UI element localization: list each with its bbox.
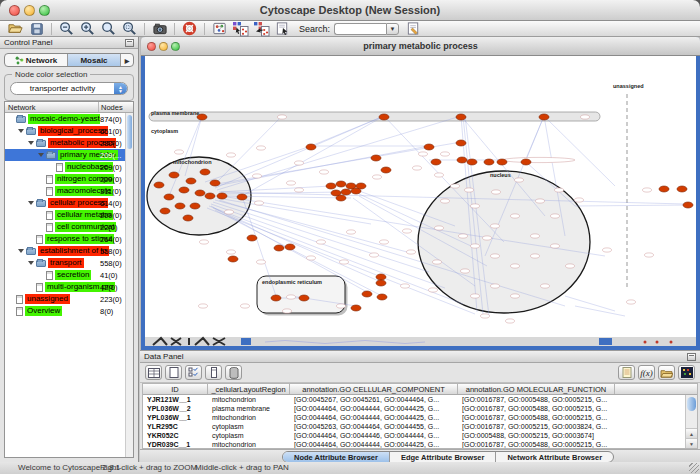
table-row[interactable]: YDR039C__1mitochondrion[GO:0044464, GO:0…: [143, 440, 685, 448]
attribute-checklist-button[interactable]: [185, 365, 202, 380]
zoom-in-icon[interactable]: [77, 21, 98, 36]
resize-grip[interactable]: [689, 463, 699, 473]
network-node[interactable]: [190, 203, 200, 209]
network-node[interactable]: [179, 187, 189, 193]
network-node[interactable]: [456, 114, 466, 120]
network-node[interactable]: [379, 114, 389, 120]
network-node[interactable]: [351, 305, 361, 311]
network-node[interactable]: [237, 194, 247, 200]
network-node[interactable]: [160, 208, 170, 214]
search-input[interactable]: [334, 23, 386, 35]
tree-row[interactable]: nitrogen compo209(0): [5, 173, 125, 185]
network-node[interactable]: [467, 159, 477, 165]
network-node[interactable]: [164, 194, 174, 200]
tree-row[interactable]: metabolic process280(0): [5, 137, 125, 149]
table-row[interactable]: YLR295Ccytoplasm[GO:0045263, GO:0044464,…: [143, 422, 685, 431]
matrix-view-button[interactable]: [678, 365, 695, 380]
snapshot-camera-icon[interactable]: [149, 21, 170, 36]
network-node[interactable]: [154, 182, 164, 188]
annotation-icon[interactable]: [272, 21, 293, 36]
select-attributes-button[interactable]: [145, 365, 162, 380]
table-row[interactable]: YKR052Ccytoplasm[GO:0044464, GO:0044446,…: [143, 431, 685, 440]
tab-mosaic[interactable]: Mosaic: [68, 54, 121, 66]
network-node[interactable]: [377, 294, 387, 300]
network-node[interactable]: [659, 186, 669, 192]
network-node[interactable]: [228, 256, 238, 262]
network-node[interactable]: [376, 274, 386, 280]
network-node[interactable]: [175, 203, 185, 209]
help-lifesaver-icon[interactable]: [179, 21, 200, 36]
open-session-button[interactable]: [5, 21, 26, 36]
delete-attribute-trash-button[interactable]: [225, 365, 242, 380]
tree-row[interactable]: establishment of lo558(0): [5, 245, 125, 257]
network-node[interactable]: [336, 181, 346, 187]
table-scrollbar[interactable]: ▲ ▼: [685, 395, 697, 448]
layout-from-attributes-icon[interactable]: [230, 21, 251, 36]
network-node[interactable]: [274, 245, 284, 251]
expand-triangle-icon[interactable]: [38, 153, 44, 157]
network-node[interactable]: [210, 180, 220, 186]
network-node[interactable]: [362, 291, 372, 297]
tree-row[interactable]: macromolecule311(0): [5, 185, 125, 197]
network-node[interactable]: [376, 280, 386, 286]
table-scrollbar-thumb[interactable]: [687, 397, 696, 411]
function-builder-button[interactable]: f(x): [638, 365, 655, 380]
tree-row[interactable]: multi-organism pro42(0): [5, 281, 125, 293]
network-node[interactable]: [183, 215, 193, 221]
zoom-selected-region-icon[interactable]: [119, 21, 140, 36]
network-node[interactable]: [336, 195, 346, 201]
network-canvas[interactable]: plasma membranecytoplasmmitochondrionnuc…: [145, 56, 696, 346]
expand-triangle-icon[interactable]: [28, 141, 34, 145]
import-attributes-button[interactable]: [658, 365, 675, 380]
tree-row[interactable]: response to stimul264(0): [5, 233, 125, 245]
network-node[interactable]: [299, 295, 309, 301]
tree-scrollbar-thumb[interactable]: [127, 115, 132, 149]
network-node[interactable]: [217, 193, 227, 199]
network-node[interactable]: [521, 159, 531, 165]
create-attribute-button[interactable]: [165, 365, 182, 380]
tree-row[interactable]: secretion41(0): [5, 269, 125, 281]
tree-row[interactable]: unassigned223(0): [5, 293, 125, 305]
network-node[interactable]: [326, 183, 336, 189]
network-node[interactable]: [205, 193, 215, 199]
expand-triangle-icon[interactable]: [18, 249, 24, 253]
table-column-header[interactable]: annotation.GO CELLULAR_COMPONENT: [290, 384, 458, 394]
table-row[interactable]: YPL036W__1mitochondrion[GO:0044464, GO:0…: [143, 413, 685, 422]
network-node[interactable]: [424, 144, 434, 150]
scroll-up-button[interactable]: ▲: [686, 428, 697, 438]
tab-overflow-arrow-icon[interactable]: ▶: [121, 54, 133, 66]
network-node[interactable]: [457, 157, 467, 163]
network-node[interactable]: [306, 144, 316, 150]
network-node[interactable]: [271, 295, 281, 301]
network-node[interactable]: [341, 189, 351, 195]
table-row[interactable]: YPL036W__2plasma membrane[GO:0044464, GO…: [143, 404, 685, 413]
network-node[interactable]: [431, 159, 441, 165]
expand-triangle-icon[interactable]: [18, 129, 24, 133]
search-dropdown-button[interactable]: ▼: [386, 23, 399, 35]
tree-row[interactable]: mosaic-demo-yeast874(0): [5, 113, 125, 125]
zoom-fit-icon[interactable]: [98, 21, 119, 36]
network-node[interactable]: [497, 159, 507, 165]
tree-scrollbar[interactable]: [125, 113, 133, 457]
node-color-select[interactable]: transporter activity ▲▼: [10, 82, 128, 95]
tree-row[interactable]: transport558(0): [5, 257, 125, 269]
expand-triangle-icon[interactable]: [28, 261, 34, 265]
table-column-header[interactable]: ID: [143, 384, 208, 394]
network-node[interactable]: [247, 235, 257, 241]
network-node[interactable]: [200, 169, 210, 175]
search-options-icon[interactable]: [403, 21, 424, 36]
tree-row[interactable]: nucleobase-209(0): [5, 161, 125, 173]
network-node[interactable]: [356, 183, 366, 189]
network-node[interactable]: [195, 190, 205, 196]
tree-row[interactable]: cell communicat22(0): [5, 221, 125, 233]
table-column-header[interactable]: annotation.GO MOLECULAR_FUNCTION: [458, 384, 615, 394]
zoom-out-icon[interactable]: [56, 21, 77, 36]
tree-row[interactable]: biological_process651(0): [5, 125, 125, 137]
float-data-panel-icon[interactable]: [687, 353, 696, 361]
tree-row[interactable]: primary metabo209(...: [5, 149, 125, 161]
tab-network[interactable]: Network: [5, 54, 68, 66]
tree-row[interactable]: cellular process614(0): [5, 197, 125, 209]
tree-row[interactable]: cellular metabo209(0): [5, 209, 125, 221]
network-node[interactable]: [677, 186, 687, 192]
network-view-titlebar[interactable]: primary metabolic process: [141, 37, 700, 56]
